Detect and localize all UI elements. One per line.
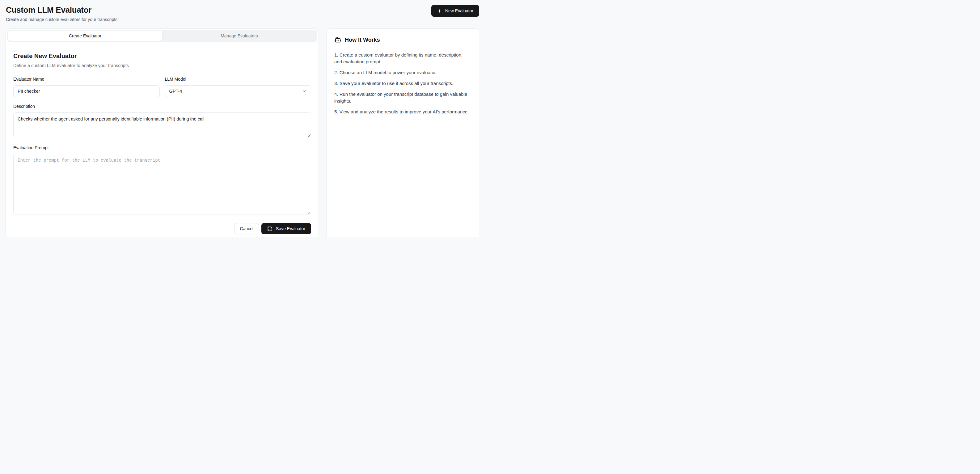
how-it-works-step-2: 2. Choose an LLM model to power your eva… [334,69,471,76]
how-it-works-step-3: 3. Save your evaluator to use it across … [334,80,471,87]
plus-icon [437,9,442,13]
description-label: Description [13,104,311,109]
cancel-button[interactable]: Cancel [234,223,259,234]
llm-model-label: LLM Model [165,76,312,81]
llm-model-field: LLM Model GPT-4 [165,76,312,97]
llm-model-selected-value: GPT-4 [169,89,182,94]
tabs-list: Create Evaluator Manage Evaluators [7,30,317,42]
create-evaluator-card: Create Evaluator Manage Evaluators Creat… [6,29,319,237]
page-subtitle: Create and manage custom evaluators for … [6,17,118,22]
new-evaluator-button[interactable]: New Evaluator [431,5,479,17]
how-it-works-step-1: 1. Create a custom evaluator by defining… [334,52,471,65]
create-evaluator-form: Create New Evaluator Define a custom LLM… [6,52,318,237]
page: Custom LLM Evaluator Create and manage c… [0,0,490,237]
evaluator-name-label: Evaluator Name [13,76,160,81]
tab-create-evaluator[interactable]: Create Evaluator [8,31,162,41]
how-it-works-step-4: 4. Run the evaluator on your transcript … [334,91,471,105]
form-subtitle: Define a custom LLM evaluator to analyze… [13,62,311,68]
chevron-down-icon [302,89,307,94]
new-evaluator-label: New Evaluator [445,8,473,13]
form-title: Create New Evaluator [13,52,311,60]
tab-manage-evaluators[interactable]: Manage Evaluators [162,31,317,41]
evaluator-name-input[interactable] [13,85,160,97]
save-evaluator-button[interactable]: Save Evaluator [261,223,311,234]
description-textarea[interactable] [13,113,311,137]
save-evaluator-label: Save Evaluator [276,226,305,231]
evaluation-prompt-textarea[interactable] [13,154,311,215]
how-it-works-steps: 1. Create a custom evaluator by defining… [334,52,471,115]
content-area: Create Evaluator Manage Evaluators Creat… [0,29,490,237]
evaluation-prompt-label: Evaluation Prompt [13,145,311,150]
description-field: Description [13,104,311,138]
form-actions: Cancel Save Evaluator [13,223,311,234]
name-model-row: Evaluator Name LLM Model GPT-4 [13,76,311,97]
page-header: Custom LLM Evaluator Create and manage c… [0,0,490,22]
how-it-works-step-5: 5. View and analyze the results to impro… [334,108,471,115]
how-it-works-card: How It Works 1. Create a custom evaluato… [326,29,479,237]
evaluator-name-field: Evaluator Name [13,76,160,97]
evaluation-prompt-field: Evaluation Prompt [13,145,311,216]
page-heading-group: Custom LLM Evaluator Create and manage c… [6,5,118,22]
page-title: Custom LLM Evaluator [6,5,118,15]
llm-model-select[interactable]: GPT-4 [165,85,312,97]
bot-icon [334,36,341,43]
how-it-works-header: How It Works [334,36,471,43]
how-it-works-title: How It Works [345,37,380,43]
save-icon [267,226,272,231]
